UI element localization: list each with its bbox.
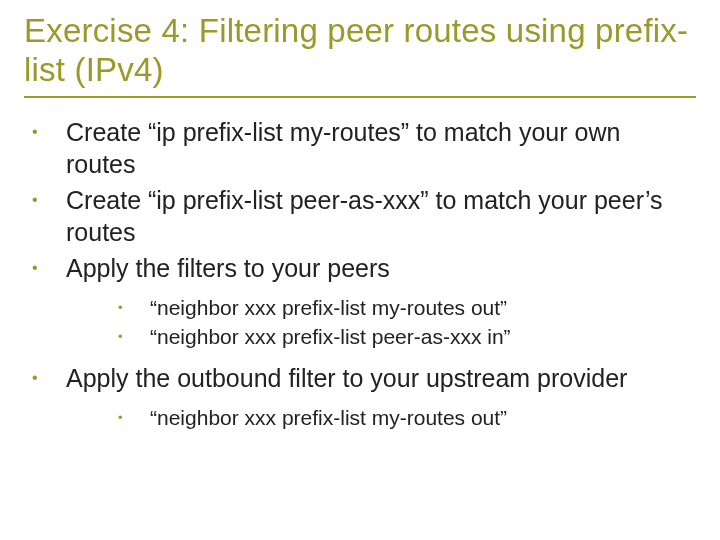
bullet-list: Create “ip prefix-list my-routes” to mat… xyxy=(24,116,696,432)
sub-list: “neighbor xxx prefix-list my-routes out” xyxy=(66,404,696,431)
sub-list-item: “neighbor xxx prefix-list peer-as-xxx in… xyxy=(66,323,696,350)
sub-list-item: “neighbor xxx prefix-list my-routes out” xyxy=(66,404,696,431)
list-item: Create “ip prefix-list my-routes” to mat… xyxy=(24,116,696,180)
sub-list-item: “neighbor xxx prefix-list my-routes out” xyxy=(66,294,696,321)
sub-list: “neighbor xxx prefix-list my-routes out”… xyxy=(66,294,696,351)
list-item: Apply the filters to your peers “neighbo… xyxy=(24,252,696,351)
list-item-text: Apply the filters to your peers xyxy=(66,254,390,282)
list-item-text: Create “ip prefix-list peer-as-xxx” to m… xyxy=(66,186,663,246)
title-underline xyxy=(24,96,696,98)
list-item-text: Apply the outbound filter to your upstre… xyxy=(66,364,627,392)
list-item: Create “ip prefix-list peer-as-xxx” to m… xyxy=(24,184,696,248)
sub-list-item-text: “neighbor xxx prefix-list my-routes out” xyxy=(150,296,507,319)
list-item: Apply the outbound filter to your upstre… xyxy=(24,362,696,431)
sub-list-item-text: “neighbor xxx prefix-list my-routes out” xyxy=(150,406,507,429)
slide: Exercise 4: Filtering peer routes using … xyxy=(0,0,720,464)
slide-title: Exercise 4: Filtering peer routes using … xyxy=(24,12,696,90)
list-item-text: Create “ip prefix-list my-routes” to mat… xyxy=(66,118,620,178)
sub-list-item-text: “neighbor xxx prefix-list peer-as-xxx in… xyxy=(150,325,511,348)
